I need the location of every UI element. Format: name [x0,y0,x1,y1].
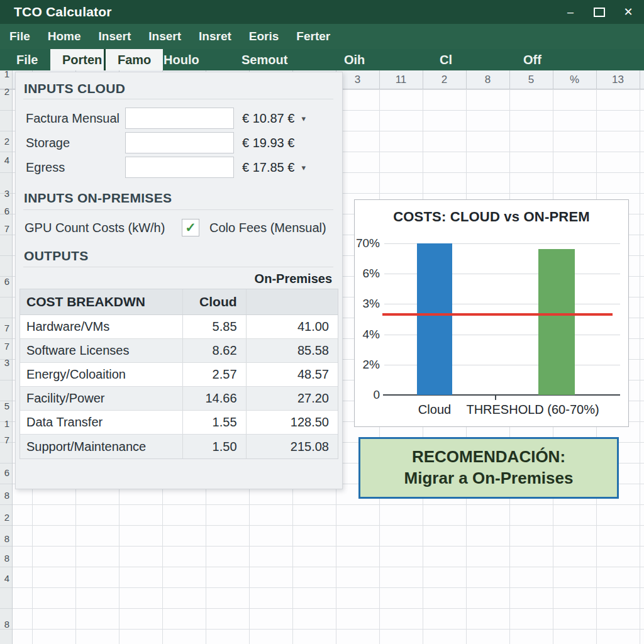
recommendation-box: RECOMENDACIÓN: Migrar a On-Premises [358,437,619,499]
column-header[interactable]: 11 [379,70,423,89]
column-header[interactable]: % [553,70,596,89]
cloud-value: 1.50 [182,435,246,458]
cloud-value: 5.85 [182,315,246,338]
row-header[interactable]: 4 [0,572,9,585]
factura-mensual-value[interactable]: € 10.87 € ▾ [242,111,306,126]
factura-mensual-amount: € 10.87 € [242,111,294,126]
divider [23,99,333,99]
threshold-line [382,313,613,316]
factura-mensual-input[interactable] [125,108,234,129]
row-header[interactable]: 6 [0,275,9,288]
row-header[interactable]: 6 [0,467,9,479]
menu-item-file[interactable]: File [9,30,30,43]
table-row: Software Licenses 8.62 85.58 [20,339,338,363]
onprem-value: 215.08 [246,435,338,458]
onprem-value: 27.20 [246,387,338,410]
onprem-value: 85.58 [246,339,338,362]
row-label: Energy/Coloaition [20,363,182,386]
tab-off[interactable]: Off [521,49,544,70]
tab-file[interactable]: File [14,49,40,70]
onprem-value: 48.57 [246,363,338,386]
row-header[interactable]: 1 [0,418,9,430]
tab-houlo[interactable]: Houlo [161,49,202,70]
menu-item-insert-2[interactable]: Insert [148,30,181,43]
table-header-row: COST BREAKDWN Cloud [20,289,338,315]
menu-item-insret[interactable]: Insret [199,30,231,43]
storage-amount: € 19.93 € [242,136,294,150]
gpu-count-label: GPU Count Costs (kW/h) [25,221,165,235]
row-label: Software Licenses [20,339,182,362]
row-header[interactable]: 8 [0,618,9,631]
ribbon-tab-row: File Porten Famo Houlo Semout Oih Cl Off [0,49,644,70]
column-header[interactable]: 5 [509,70,553,89]
row-header-strip: 122436767735176828848 [0,89,13,644]
column-header[interactable]: 2 [423,70,466,89]
divider [23,209,333,210]
costs-chart: COSTS: CLOUD vs ON-PREM Cloud THRESHOLD … [354,199,629,427]
colo-fees-label: Colo Fees (Mensual) [209,221,326,235]
chevron-down-icon[interactable]: ▾ [301,114,306,123]
egress-value[interactable]: € 17.85 € ▾ [242,160,306,175]
storage-label: Storage [26,136,70,150]
chart-title: COSTS: CLOUD vs ON-PREM [355,209,628,225]
storage-input[interactable] [125,132,234,153]
row-header[interactable]: 8 [0,533,9,545]
chevron-down-icon[interactable]: ▾ [301,163,306,172]
outputs-heading: OUTPUTS [24,248,88,264]
table-row: Energy/Coloaition 2.57 48.57 [20,363,338,387]
recommendation-line1: RECOMENDACIÓN: [412,447,565,468]
onprem-value: 41.00 [246,315,338,338]
tab-oih[interactable]: Oih [341,49,367,70]
row-label: Support/Maintenance [20,435,182,458]
divider [23,267,333,267]
row-header[interactable]: 8 [0,552,9,565]
tab-cl[interactable]: Cl [437,49,455,70]
menu-item-ferter[interactable]: Ferter [296,30,330,43]
row-label: Hardware/VMs [20,315,182,338]
tab-semout[interactable]: Semout [239,49,290,70]
window-controls: – ✕ [565,6,644,18]
row-header[interactable]: 2 [0,135,9,148]
x-axis-tick [495,396,496,400]
egress-label: Egress [26,160,65,175]
row-header[interactable]: 7 [0,340,9,353]
row-header[interactable]: 8 [0,489,9,502]
menu-item-eoris[interactable]: Eoris [249,30,279,43]
row-header[interactable]: 2 [0,86,9,98]
cloud-value: 2.57 [182,363,246,386]
table-row: Facility/Power 14.66 27.20 [20,387,338,411]
minimize-icon[interactable]: – [565,6,576,18]
y-axis-tick-label: 3% [355,297,380,311]
inputs-onprem-heading: INPUTS ON-PREMISES [24,191,172,206]
inputs-cloud-heading: INPUTS CLOUD [24,81,125,96]
bar-cloud [417,243,452,395]
y-axis-tick-label: 4% [355,328,380,341]
close-icon[interactable]: ✕ [623,6,634,18]
tab-famo[interactable]: Famo [104,49,163,70]
maximize-icon[interactable] [594,8,605,17]
cost-breakdown-table: COST BREAKDWN Cloud Hardware/VMs 5.85 41… [19,289,338,459]
row-label: Facility/Power [20,387,182,410]
row-header[interactable]: 2 [0,511,9,524]
spreadsheet-area: 311285%13 122436767735176828848 INPUTS C… [0,70,644,644]
cloud-value: 1.55 [182,411,246,434]
row-header[interactable]: 3 [0,357,9,369]
menu-item-home[interactable]: Home [48,30,81,43]
colo-fees-checkbox[interactable]: ✓ [182,219,199,236]
row-header[interactable]: 1 [0,68,9,80]
egress-input[interactable] [125,157,234,178]
menu-item-insert[interactable]: Insert [99,30,131,43]
row-header[interactable]: 7 [0,434,9,447]
row-header[interactable]: 7 [0,223,9,235]
column-header[interactable]: 13 [596,70,640,89]
title-bar: TCO Calculator – ✕ [0,0,644,24]
y-axis-tick-label: 2% [355,358,380,372]
row-header[interactable]: 5 [0,400,9,413]
column-header[interactable]: 8 [466,70,509,89]
recommendation-line2: Migrar a On-Premises [404,468,574,489]
row-header[interactable]: 4 [0,154,9,167]
header-onprem [246,289,338,314]
row-header[interactable]: 6 [0,205,9,218]
row-header[interactable]: 3 [0,187,9,200]
row-header[interactable]: 7 [0,322,9,335]
